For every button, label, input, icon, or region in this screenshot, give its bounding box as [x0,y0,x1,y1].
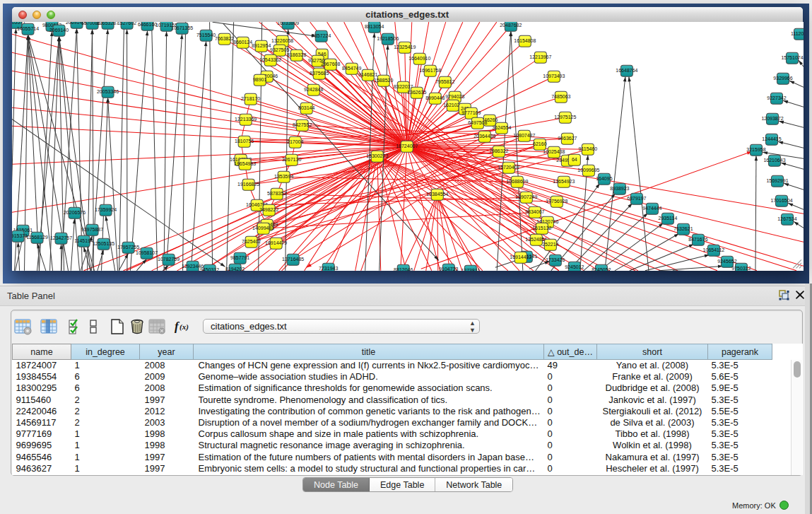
svg-text:17957255: 17957255 [117,245,139,250]
svg-text:10688609: 10688609 [506,179,528,184]
svg-text:10654112: 10654112 [702,247,724,252]
svg-text:14055714: 14055714 [16,26,38,31]
svg-text:8427552: 8427552 [293,122,312,127]
svg-text:3915371: 3915371 [12,233,28,238]
svg-text:3215958: 3215958 [746,147,765,152]
svg-text:9245652: 9245652 [717,259,736,264]
svg-text:7632621: 7632621 [673,226,693,231]
svg-text:10973493: 10973493 [543,74,565,78]
svg-text:(x): (x) [180,322,189,332]
svg-text:17359924: 17359924 [94,207,116,212]
svg-text:18724007: 18724007 [396,144,418,148]
svg-text:9450312: 9450312 [199,267,218,271]
svg-text:1615132: 1615132 [532,226,551,230]
svg-text:7955812: 7955812 [435,79,454,84]
svg-text:2967608: 2967608 [321,62,340,66]
svg-text:7625402: 7625402 [242,239,261,244]
svg-text:9794028: 9794028 [445,94,464,99]
svg-text:9104733: 9104733 [439,267,458,271]
svg-text:15300273: 15300273 [366,153,388,158]
svg-text:9474444: 9474444 [642,206,661,211]
svg-text:12975125: 12975125 [554,115,576,119]
svg-text:10807487: 10807487 [513,133,535,138]
svg-text:10653287: 10653287 [96,22,118,25]
svg-text:19166825: 19166825 [237,182,259,187]
svg-text:7357224: 7357224 [312,33,331,38]
svg-text:8322037: 8322037 [394,84,413,89]
svg-text:6879197: 6879197 [627,196,646,201]
svg-text:9463627: 9463627 [558,136,577,141]
svg-text:3624554: 3624554 [492,125,511,130]
svg-text:12213369: 12213369 [235,117,257,122]
svg-text:7515540: 7515540 [196,33,215,37]
svg-text:9857791: 9857791 [230,255,249,260]
svg-text:12213967: 12213967 [529,54,551,59]
svg-text:1527602: 1527602 [117,22,136,25]
svg-text:12505135: 12505135 [92,241,114,246]
svg-text:20487682: 20487682 [500,23,522,28]
svg-text:8912954: 8912954 [252,43,271,48]
svg-text:217004: 217004 [286,139,302,144]
svg-text:9242848: 9242848 [304,87,323,92]
svg-text:10671355: 10671355 [171,25,193,30]
svg-text:8660124: 8660124 [233,40,252,45]
svg-text:20364436: 20364436 [473,134,495,139]
svg-text:9227342: 9227342 [767,95,786,100]
svg-text:10025438: 10025438 [543,149,565,154]
svg-text:252214: 252214 [542,242,558,247]
svg-text:2718170: 2718170 [241,96,260,101]
svg-text:12325419: 12325419 [394,45,416,49]
svg-text:98901: 98901 [252,77,266,82]
svg-text:2069140: 2069140 [49,28,68,33]
svg-text:9115460: 9115460 [578,146,597,151]
svg-text:19654983: 19654983 [234,161,256,166]
svg-text:10958107: 10958107 [136,250,158,255]
svg-text:62160: 62160 [533,141,547,146]
svg-text:803144: 803144 [298,105,314,110]
svg-text:1733426: 1733426 [546,257,565,262]
svg-text:9327505: 9327505 [270,47,289,52]
svg-text:9146821: 9146821 [358,72,377,77]
svg-text:19218506: 19218506 [377,36,399,41]
svg-text:6497508: 6497508 [468,120,487,125]
svg-text:19384554: 19384554 [426,192,448,197]
svg-text:8245052: 8245052 [592,267,611,271]
svg-text:2935114: 2935114 [658,216,677,221]
svg-text:12342757: 12342757 [49,235,71,240]
svg-text:8194202: 8194202 [225,267,245,271]
svg-text:16648764: 16648764 [616,68,637,73]
svg-text:9329966: 9329966 [773,76,792,81]
svg-text:9777169: 9777169 [461,110,481,115]
svg-text:7986322: 7986322 [489,148,508,153]
svg-text:1362635: 1362635 [407,90,426,95]
svg-text:7663822: 7663822 [215,36,234,41]
svg-text:9245012: 9245012 [565,264,584,269]
svg-text:10543362: 10543362 [259,57,281,62]
svg-text:13716485: 13716485 [282,257,304,262]
svg-text:19756928: 19756928 [546,199,567,204]
svg-text:164095: 164095 [596,176,612,181]
svg-text:20053346: 20053346 [96,89,118,94]
svg-text:5878352: 5878352 [267,191,286,196]
svg-text:3498222: 3498222 [259,207,278,212]
svg-text:64: 64 [571,157,577,162]
svg-text:16914412: 16914412 [510,255,531,259]
svg-text:93975887: 93975887 [81,227,102,232]
svg-text:1273811: 1273811 [461,268,480,271]
svg-text:1244415: 1244415 [762,136,781,141]
svg-text:8813054: 8813054 [365,24,384,29]
svg-text:8375685: 8375685 [310,71,329,76]
svg-text:14099483: 14099483 [252,226,274,230]
svg-text:15751074: 15751074 [781,55,803,60]
svg-text:16640910: 16640910 [408,56,430,61]
svg-text:16961758: 16961758 [419,68,441,73]
svg-text:16154808: 16154808 [514,38,536,43]
svg-text:7485063: 7485063 [551,94,570,99]
svg-text:15720407: 15720407 [498,165,519,170]
svg-text:9750312: 9750312 [731,266,751,271]
svg-text:8990448: 8990448 [425,95,445,100]
svg-text:1588520: 1588520 [374,78,393,83]
svg-text:13524851: 13524851 [525,237,547,242]
svg-text:6466160: 6466160 [137,22,156,27]
svg-text:9834067: 9834067 [525,209,544,214]
